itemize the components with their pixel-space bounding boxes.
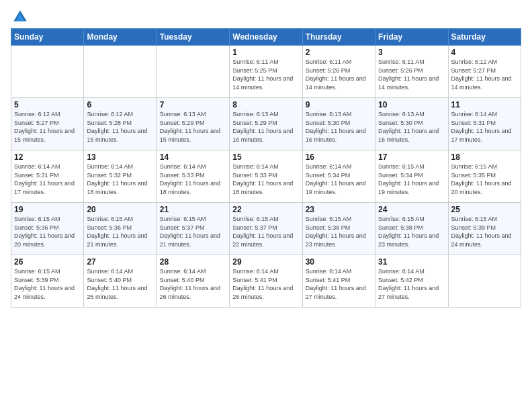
calendar-cell xyxy=(448,255,521,308)
day-detail: Sunrise: 6:14 AMSunset: 5:42 PMDaylight:… xyxy=(378,267,445,301)
day-number: 7 xyxy=(160,100,226,109)
day-number: 20 xyxy=(87,205,153,214)
day-number: 15 xyxy=(232,152,299,162)
week-row-4: 26Sunrise: 6:15 AMSunset: 5:39 PMDayligh… xyxy=(11,255,521,308)
day-header-saturday: Saturday xyxy=(448,29,521,46)
calendar-cell: 25Sunrise: 6:15 AMSunset: 5:39 PMDayligh… xyxy=(448,203,521,255)
day-number: 3 xyxy=(378,48,445,57)
calendar-cell: 28Sunrise: 6:14 AMSunset: 5:40 PMDayligh… xyxy=(157,255,229,308)
calendar-cell: 13Sunrise: 6:14 AMSunset: 5:32 PMDayligh… xyxy=(84,150,157,203)
calendar-cell: 19Sunrise: 6:15 AMSunset: 5:36 PMDayligh… xyxy=(11,203,84,255)
calendar-cell: 12Sunrise: 6:14 AMSunset: 5:31 PMDayligh… xyxy=(11,150,84,203)
day-detail: Sunrise: 6:14 AMSunset: 5:40 PMDaylight:… xyxy=(87,267,153,301)
day-detail: Sunrise: 6:12 AMSunset: 5:28 PMDaylight:… xyxy=(87,110,153,144)
calendar-cell: 14Sunrise: 6:14 AMSunset: 5:33 PMDayligh… xyxy=(157,150,229,203)
calendar-cell: 8Sunrise: 6:13 AMSunset: 5:29 PMDaylight… xyxy=(230,98,302,150)
day-detail: Sunrise: 6:11 AMSunset: 5:25 PMDaylight:… xyxy=(232,58,299,91)
logo-icon xyxy=(13,9,28,24)
day-number: 26 xyxy=(14,257,81,267)
day-number: 28 xyxy=(160,257,226,267)
calendar-cell xyxy=(11,46,84,98)
day-number: 27 xyxy=(87,257,153,267)
day-detail: Sunrise: 6:15 AMSunset: 5:36 PMDaylight:… xyxy=(87,215,153,248)
calendar-cell: 23Sunrise: 6:15 AMSunset: 5:38 PMDayligh… xyxy=(302,203,375,255)
day-header-monday: Monday xyxy=(84,29,157,46)
day-detail: Sunrise: 6:15 AMSunset: 5:38 PMDaylight:… xyxy=(306,215,372,248)
day-number: 16 xyxy=(306,152,372,162)
day-headers-row: SundayMondayTuesdayWednesdayThursdayFrid… xyxy=(11,29,521,46)
calendar-cell: 9Sunrise: 6:13 AMSunset: 5:30 PMDaylight… xyxy=(302,98,375,150)
day-number: 5 xyxy=(14,100,81,109)
calendar-cell: 21Sunrise: 6:15 AMSunset: 5:37 PMDayligh… xyxy=(157,203,229,255)
day-header-thursday: Thursday xyxy=(302,29,375,46)
calendar-cell: 7Sunrise: 6:13 AMSunset: 5:29 PMDaylight… xyxy=(157,98,229,150)
day-number: 6 xyxy=(87,100,153,109)
day-number: 22 xyxy=(232,205,299,214)
calendar-cell: 30Sunrise: 6:14 AMSunset: 5:41 PMDayligh… xyxy=(302,255,375,308)
day-detail: Sunrise: 6:14 AMSunset: 5:31 PMDaylight:… xyxy=(14,163,81,196)
day-detail: Sunrise: 6:13 AMSunset: 5:30 PMDaylight:… xyxy=(378,110,445,144)
day-number: 14 xyxy=(160,152,226,162)
day-detail: Sunrise: 6:14 AMSunset: 5:41 PMDaylight:… xyxy=(232,267,299,301)
calendar-body: 1Sunrise: 6:11 AMSunset: 5:25 PMDaylight… xyxy=(11,46,521,308)
day-detail: Sunrise: 6:13 AMSunset: 5:29 PMDaylight:… xyxy=(160,110,226,144)
week-row-2: 12Sunrise: 6:14 AMSunset: 5:31 PMDayligh… xyxy=(11,150,521,203)
day-detail: Sunrise: 6:15 AMSunset: 5:38 PMDaylight:… xyxy=(378,215,445,248)
calendar-cell: 4Sunrise: 6:12 AMSunset: 5:27 PMDaylight… xyxy=(448,46,521,98)
day-detail: Sunrise: 6:15 AMSunset: 5:37 PMDaylight:… xyxy=(160,215,226,248)
calendar-cell: 16Sunrise: 6:14 AMSunset: 5:34 PMDayligh… xyxy=(302,150,375,203)
day-number: 1 xyxy=(232,48,299,57)
week-row-3: 19Sunrise: 6:15 AMSunset: 5:36 PMDayligh… xyxy=(11,203,521,255)
day-detail: Sunrise: 6:15 AMSunset: 5:37 PMDaylight:… xyxy=(232,215,299,248)
calendar-cell: 11Sunrise: 6:14 AMSunset: 5:31 PMDayligh… xyxy=(448,98,521,150)
calendar-cell: 5Sunrise: 6:12 AMSunset: 5:27 PMDaylight… xyxy=(11,98,84,150)
calendar-cell: 24Sunrise: 6:15 AMSunset: 5:38 PMDayligh… xyxy=(375,203,448,255)
calendar-cell: 17Sunrise: 6:15 AMSunset: 5:34 PMDayligh… xyxy=(375,150,448,203)
calendar-cell: 26Sunrise: 6:15 AMSunset: 5:39 PMDayligh… xyxy=(11,255,84,308)
calendar-cell: 2Sunrise: 6:11 AMSunset: 5:26 PMDaylight… xyxy=(302,46,375,98)
day-number: 31 xyxy=(378,257,445,267)
day-detail: Sunrise: 6:12 AMSunset: 5:27 PMDaylight:… xyxy=(451,58,518,91)
calendar-header: SundayMondayTuesdayWednesdayThursdayFrid… xyxy=(11,29,521,46)
day-number: 19 xyxy=(14,205,81,214)
day-number: 2 xyxy=(306,48,372,57)
day-number: 29 xyxy=(232,257,299,267)
day-header-tuesday: Tuesday xyxy=(157,29,229,46)
day-detail: Sunrise: 6:14 AMSunset: 5:33 PMDaylight:… xyxy=(160,163,226,196)
logo xyxy=(11,8,28,24)
day-detail: Sunrise: 6:14 AMSunset: 5:33 PMDaylight:… xyxy=(232,163,299,196)
day-detail: Sunrise: 6:14 AMSunset: 5:32 PMDaylight:… xyxy=(87,163,153,196)
day-header-sunday: Sunday xyxy=(11,29,84,46)
calendar-cell: 1Sunrise: 6:11 AMSunset: 5:25 PMDaylight… xyxy=(230,46,302,98)
day-detail: Sunrise: 6:14 AMSunset: 5:31 PMDaylight:… xyxy=(451,110,518,144)
calendar-cell xyxy=(84,46,157,98)
day-number: 21 xyxy=(160,205,226,214)
calendar-cell: 18Sunrise: 6:15 AMSunset: 5:35 PMDayligh… xyxy=(448,150,521,203)
day-detail: Sunrise: 6:15 AMSunset: 5:39 PMDaylight:… xyxy=(14,267,81,301)
day-header-wednesday: Wednesday xyxy=(230,29,302,46)
day-detail: Sunrise: 6:15 AMSunset: 5:35 PMDaylight:… xyxy=(451,163,518,196)
day-detail: Sunrise: 6:14 AMSunset: 5:34 PMDaylight:… xyxy=(306,163,372,196)
page: SundayMondayTuesdayWednesdayThursdayFrid… xyxy=(0,0,532,411)
calendar-cell: 3Sunrise: 6:11 AMSunset: 5:26 PMDaylight… xyxy=(375,46,448,98)
week-row-1: 5Sunrise: 6:12 AMSunset: 5:27 PMDaylight… xyxy=(11,98,521,150)
day-number: 23 xyxy=(306,205,372,214)
day-detail: Sunrise: 6:14 AMSunset: 5:41 PMDaylight:… xyxy=(306,267,372,301)
calendar-cell xyxy=(157,46,229,98)
day-detail: Sunrise: 6:11 AMSunset: 5:26 PMDaylight:… xyxy=(378,58,445,91)
calendar-cell: 20Sunrise: 6:15 AMSunset: 5:36 PMDayligh… xyxy=(84,203,157,255)
calendar-cell: 15Sunrise: 6:14 AMSunset: 5:33 PMDayligh… xyxy=(230,150,302,203)
day-number: 10 xyxy=(378,100,445,109)
calendar: SundayMondayTuesdayWednesdayThursdayFrid… xyxy=(11,28,521,308)
day-number: 30 xyxy=(306,257,372,267)
calendar-cell: 10Sunrise: 6:13 AMSunset: 5:30 PMDayligh… xyxy=(375,98,448,150)
calendar-cell: 22Sunrise: 6:15 AMSunset: 5:37 PMDayligh… xyxy=(230,203,302,255)
day-detail: Sunrise: 6:15 AMSunset: 5:34 PMDaylight:… xyxy=(378,163,445,196)
day-number: 11 xyxy=(451,100,518,109)
calendar-cell: 29Sunrise: 6:14 AMSunset: 5:41 PMDayligh… xyxy=(230,255,302,308)
day-detail: Sunrise: 6:13 AMSunset: 5:29 PMDaylight:… xyxy=(232,110,299,144)
day-number: 9 xyxy=(306,100,372,109)
day-number: 8 xyxy=(232,100,299,109)
day-detail: Sunrise: 6:14 AMSunset: 5:40 PMDaylight:… xyxy=(160,267,226,301)
day-detail: Sunrise: 6:15 AMSunset: 5:39 PMDaylight:… xyxy=(451,215,518,248)
